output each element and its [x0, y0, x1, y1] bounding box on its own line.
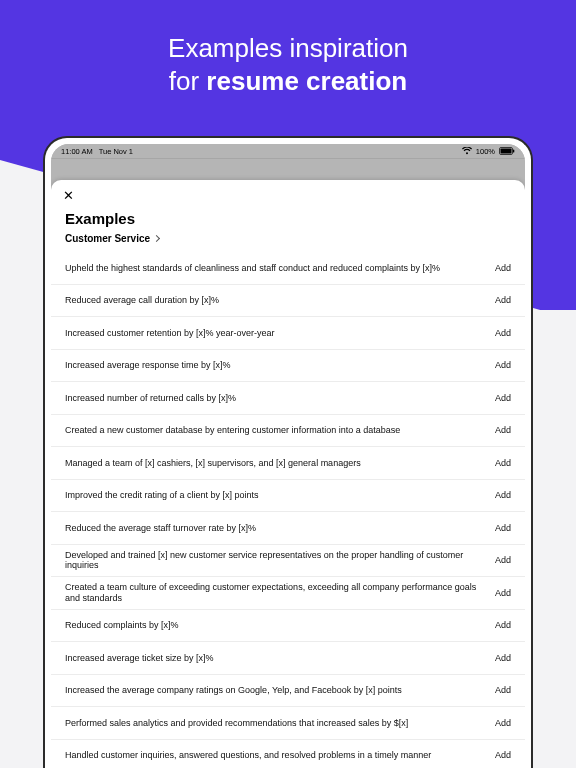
add-button[interactable]: Add: [495, 523, 511, 533]
list-item: Reduced the average staff turnover rate …: [51, 512, 525, 545]
example-text: Performed sales analytics and provided r…: [65, 718, 485, 728]
example-text: Reduced the average staff turnover rate …: [65, 523, 485, 533]
status-date: Tue Nov 1: [99, 147, 133, 156]
list-item: Created a new customer database by enter…: [51, 415, 525, 448]
add-button[interactable]: Add: [495, 425, 511, 435]
sheet-header: Examples Customer Service: [51, 180, 525, 250]
example-text: Upheld the highest standards of cleanlin…: [65, 263, 485, 273]
add-button[interactable]: Add: [495, 653, 511, 663]
example-text: Created a team culture of exceeding cust…: [65, 582, 485, 603]
status-time: 11:00 AM: [61, 147, 93, 156]
add-button[interactable]: Add: [495, 360, 511, 370]
add-button[interactable]: Add: [495, 328, 511, 338]
status-bar-right: 100%: [462, 147, 515, 156]
hero-line1: Examples inspiration: [168, 33, 408, 63]
add-button[interactable]: Add: [495, 685, 511, 695]
add-button[interactable]: Add: [495, 718, 511, 728]
status-bar-left: 11:00 AM Tue Nov 1: [61, 147, 133, 156]
add-button[interactable]: Add: [495, 555, 511, 565]
list-item: Increased average response time by [x]%A…: [51, 350, 525, 383]
add-button[interactable]: Add: [495, 263, 511, 273]
example-text: Developed and trained [x] new customer s…: [65, 550, 485, 571]
list-item: Increased the average company ratings on…: [51, 675, 525, 708]
example-text: Reduced complaints by [x]%: [65, 620, 485, 630]
chevron-right-icon: [153, 235, 160, 242]
battery-icon: [499, 147, 515, 155]
add-button[interactable]: Add: [495, 490, 511, 500]
close-icon[interactable]: ✕: [63, 188, 74, 203]
add-button[interactable]: Add: [495, 295, 511, 305]
list-item: Upheld the highest standards of cleanlin…: [51, 252, 525, 285]
underlying-navbar: [51, 158, 525, 180]
category-label: Customer Service: [65, 233, 150, 244]
add-button[interactable]: Add: [495, 458, 511, 468]
add-button[interactable]: Add: [495, 620, 511, 630]
example-text: Reduced average call duration by [x]%: [65, 295, 485, 305]
example-text: Increased average response time by [x]%: [65, 360, 485, 370]
example-text: Increased number of returned calls by [x…: [65, 393, 485, 403]
list-item: Reduced complaints by [x]%Add: [51, 610, 525, 643]
hero-line2-bold: resume creation: [206, 66, 407, 96]
add-button[interactable]: Add: [495, 750, 511, 760]
add-button[interactable]: Add: [495, 393, 511, 403]
device-frame: 11:00 AM Tue Nov 1 100% ✕ Exampl: [43, 136, 533, 768]
list-item: Performed sales analytics and provided r…: [51, 707, 525, 740]
hero-title: Examples inspiration for resume creation: [0, 32, 576, 99]
list-item: Increased average ticket size by [x]%Add: [51, 642, 525, 675]
svg-rect-2: [513, 150, 514, 153]
list-item: Improved the credit rating of a client b…: [51, 480, 525, 513]
example-text: Increased the average company ratings on…: [65, 685, 485, 695]
example-text: Improved the credit rating of a client b…: [65, 490, 485, 500]
examples-list: Upheld the highest standards of cleanlin…: [51, 252, 525, 768]
battery-percent: 100%: [476, 147, 495, 156]
svg-rect-1: [501, 149, 512, 154]
hero-line2-pre: for: [169, 66, 207, 96]
list-item: Managed a team of [x] cashiers, [x] supe…: [51, 447, 525, 480]
example-text: Managed a team of [x] cashiers, [x] supe…: [65, 458, 485, 468]
example-text: Handled customer inquiries, answered que…: [65, 750, 485, 760]
example-text: Increased average ticket size by [x]%: [65, 653, 485, 663]
list-item: Created a team culture of exceeding cust…: [51, 577, 525, 610]
list-item: Increased number of returned calls by [x…: [51, 382, 525, 415]
wifi-icon: [462, 147, 472, 155]
example-text: Increased customer retention by [x]% yea…: [65, 328, 485, 338]
list-item: Reduced average call duration by [x]%Add: [51, 285, 525, 318]
list-item: Developed and trained [x] new customer s…: [51, 545, 525, 578]
list-item: Increased customer retention by [x]% yea…: [51, 317, 525, 350]
add-button[interactable]: Add: [495, 588, 511, 598]
status-bar: 11:00 AM Tue Nov 1 100%: [51, 144, 525, 158]
device-screen: 11:00 AM Tue Nov 1 100% ✕ Exampl: [51, 144, 525, 768]
sheet-title: Examples: [65, 210, 511, 227]
list-item: Handled customer inquiries, answered que…: [51, 740, 525, 769]
category-selector[interactable]: Customer Service: [65, 233, 511, 244]
examples-sheet: ✕ Examples Customer Service Upheld the h…: [51, 180, 525, 768]
example-text: Created a new customer database by enter…: [65, 425, 485, 435]
